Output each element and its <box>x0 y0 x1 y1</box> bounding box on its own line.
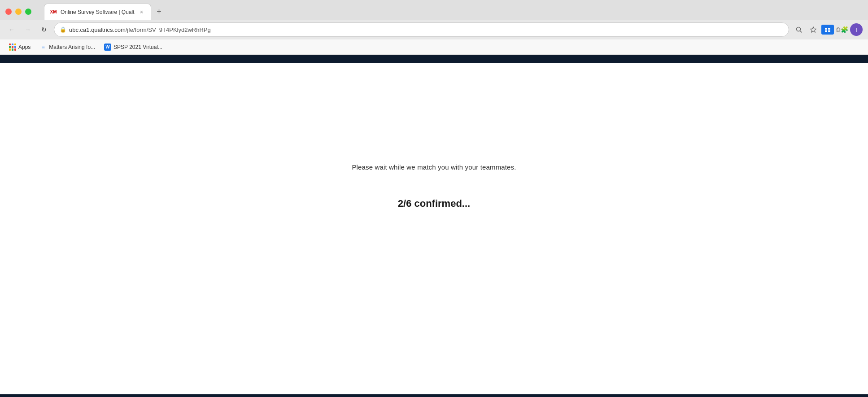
xm-favicon-text: XM <box>50 9 57 14</box>
extension-blue-button[interactable] <box>821 25 834 35</box>
apps-bookmark[interactable]: Apps <box>5 42 34 52</box>
svg-rect-6 <box>828 30 830 32</box>
url-text: ubc.ca1.qualtrics.com/jfe/form/SV_9T4PKl… <box>69 26 783 33</box>
url-path: /jfe/form/SV_9T4PKlyd2wRhRPg <box>126 26 211 33</box>
matters-arising-favicon: ≡ <box>39 44 47 51</box>
maximize-button[interactable] <box>25 9 31 15</box>
active-tab[interactable]: XM Online Survey Software | Qualt × <box>44 4 151 20</box>
page-content: Please wait while we match you with your… <box>0 55 868 397</box>
spsp-favicon: W <box>104 44 111 51</box>
survey-body: Please wait while we match you with your… <box>0 63 868 310</box>
address-bar[interactable]: 🔒 ubc.ca1.qualtrics.com/jfe/form/SV_9T4P… <box>54 22 789 37</box>
window-controls <box>5 9 31 15</box>
reload-button[interactable]: ↻ <box>38 23 50 36</box>
new-tab-button[interactable]: + <box>153 5 166 18</box>
star-icon <box>810 26 817 33</box>
svg-rect-3 <box>825 28 827 30</box>
title-bar: XM Online Survey Software | Qualt × + <box>0 0 868 20</box>
matters-arising-label: Matters Arising fo... <box>49 44 95 50</box>
survey-header-bar <box>0 55 868 63</box>
bookmark-matters-arising[interactable]: ≡ Matters Arising fo... <box>36 42 99 52</box>
tab-bar: XM Online Survey Software | Qualt × + <box>39 4 171 20</box>
browser-chrome: XM Online Survey Software | Qualt × + ← … <box>0 0 868 55</box>
tab-close-button[interactable]: × <box>138 9 145 16</box>
svg-line-1 <box>800 31 802 33</box>
search-icon <box>795 26 803 33</box>
lock-icon: 🔒 <box>60 26 66 33</box>
profile-avatar[interactable]: T <box>850 23 863 36</box>
bookmarks-bar: Apps ≡ Matters Arising fo... W SPSP 2021… <box>0 39 868 55</box>
forward-button[interactable]: → <box>22 23 34 36</box>
wait-message: Please wait while we match you with your… <box>352 163 516 171</box>
svg-rect-4 <box>828 28 830 30</box>
spsp-label: SPSP 2021 Virtual... <box>113 44 162 50</box>
blue-ext-icon <box>824 27 831 32</box>
apps-label: Apps <box>18 44 31 50</box>
bookmark-spsp[interactable]: W SPSP 2021 Virtual... <box>100 42 166 52</box>
url-domain: ubc.ca1.qualtrics.com <box>69 26 126 33</box>
address-bar-row: ← → ↻ 🔒 ubc.ca1.qualtrics.com/jfe/form/S… <box>0 20 868 39</box>
tab-title: Online Survey Software | Qualt <box>61 9 135 15</box>
survey-footer-bar <box>0 394 868 397</box>
address-actions: 🧩 T <box>793 23 863 36</box>
puzzle-icon <box>836 26 841 33</box>
search-button[interactable] <box>793 23 805 36</box>
back-button[interactable]: ← <box>5 23 18 36</box>
confirmed-text: 2/6 confirmed... <box>398 198 470 209</box>
svg-marker-2 <box>811 27 816 32</box>
extensions-button[interactable]: 🧩 <box>836 23 848 36</box>
close-button[interactable] <box>5 9 12 15</box>
minimize-button[interactable] <box>15 9 22 15</box>
bookmark-star-button[interactable] <box>807 23 820 36</box>
apps-grid-icon <box>9 44 16 51</box>
tab-favicon: XM <box>50 9 57 16</box>
svg-rect-5 <box>825 30 827 32</box>
